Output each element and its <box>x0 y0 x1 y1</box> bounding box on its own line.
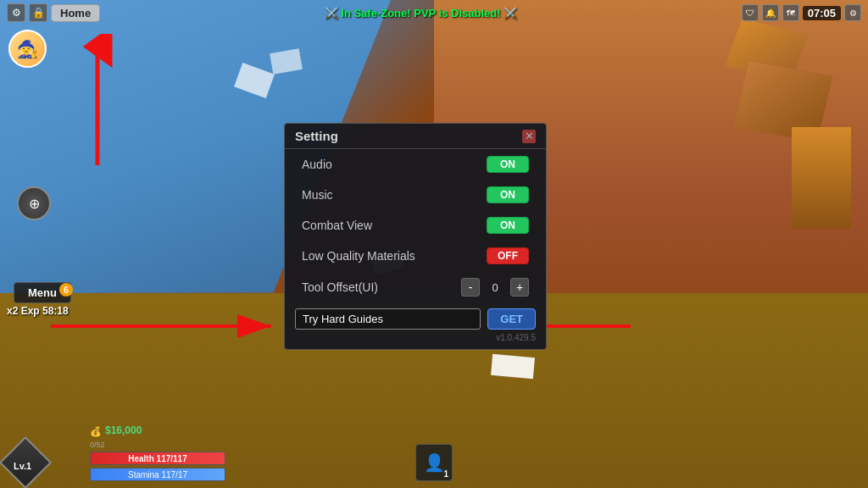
time-display: 07:05 <box>803 6 841 20</box>
player-ui: Lv.1 💰 $16,000 0/52 Health 117/117 Stami… <box>7 424 225 481</box>
stepper-row: - 0 + <box>461 278 529 297</box>
level-text: Lv.1 <box>14 461 31 471</box>
hp-bar: Health 117/117 <box>91 452 225 464</box>
compass: ⊕ <box>17 186 51 220</box>
stamina-bar: Stamina 117/17 <box>91 469 225 480</box>
version-text: v1.0.429.5 <box>285 331 546 342</box>
red-arrow-left <box>51 313 280 342</box>
settings-icon[interactable]: ⚙ <box>844 4 861 21</box>
stepper-value: 0 <box>487 281 504 294</box>
hotbar: 👤 1 <box>415 444 453 481</box>
audio-toggle[interactable]: ON <box>487 156 529 173</box>
audio-label: Audio <box>302 158 332 171</box>
player-avatar: 🧙 <box>8 30 47 68</box>
top-right-controls: 🛡 🔔 🗺 07:05 ⚙ <box>742 4 861 21</box>
safe-zone-indicator: ⚔️ In Safe-Zone! PVP is Disabled! ⚔️ <box>325 7 518 19</box>
music-row: Music ON <box>285 180 546 210</box>
red-arrow-up <box>76 34 119 173</box>
combat-view-row: Combat View ON <box>285 210 546 241</box>
combat-view-label: Combat View <box>302 219 372 232</box>
dialog-title-bar: Setting ✕ <box>285 124 546 149</box>
dialog-footer: GET <box>285 303 546 331</box>
money-display: $16,000 <box>105 424 142 436</box>
try-hard-input[interactable] <box>295 308 481 330</box>
bell-icon[interactable]: 🔔 <box>762 4 779 21</box>
music-label: Music <box>302 188 333 202</box>
lock-button[interactable]: 🔒 <box>29 3 47 22</box>
slot-icon-1: 👤 <box>424 452 445 473</box>
top-bar: ⚙ 🔒 Home ⚔️ In Safe-Zone! PVP is Disable… <box>0 0 868 25</box>
gear-button[interactable]: ⚙ <box>7 3 25 22</box>
tool-offset-label: Tool Offset(UI) <box>302 280 378 294</box>
bars-container: 💰 $16,000 0/52 Health 117/117 Stamina 11… <box>90 424 225 481</box>
resource-label: 0/52 <box>90 441 225 449</box>
hotbar-slot-1[interactable]: 👤 1 <box>415 444 453 481</box>
stepper-minus-button[interactable]: - <box>461 278 480 297</box>
safe-zone-text: ⚔️ In Safe-Zone! PVP is Disabled! ⚔️ <box>325 7 518 19</box>
audio-row: Audio ON <box>285 149 546 180</box>
stepper-plus-button[interactable]: + <box>510 278 529 297</box>
hp-text: Health 117/117 <box>128 454 187 463</box>
paper-decoration-2 <box>491 354 535 379</box>
hp-bar-container: Health 117/117 <box>90 452 225 465</box>
wood-block-3 <box>792 127 851 229</box>
setting-dialog: Setting ✕ Audio ON Music ON Combat View … <box>284 123 547 350</box>
dialog-close-button[interactable]: ✕ <box>522 130 536 143</box>
tool-offset-row: Tool Offset(UI) - 0 + <box>285 271 546 303</box>
low-quality-label: Low Quality Materials <box>302 249 415 263</box>
low-quality-row: Low Quality Materials OFF <box>285 241 546 271</box>
music-toggle[interactable]: ON <box>487 186 529 203</box>
slot-count-1: 1 <box>443 469 448 479</box>
get-button[interactable]: GET <box>487 308 536 330</box>
low-quality-toggle[interactable]: OFF <box>487 247 529 264</box>
map-icon[interactable]: 🗺 <box>782 4 799 21</box>
stamina-text: Stamina 117/17 <box>128 470 187 480</box>
dialog-title: Setting <box>295 129 338 143</box>
menu-badge: 6 <box>59 283 73 297</box>
home-button[interactable]: Home <box>51 4 100 22</box>
top-left-controls: ⚙ 🔒 Home <box>7 3 100 22</box>
shield-icon: 🛡 <box>742 4 759 21</box>
stamina-bar-container: Stamina 117/17 <box>90 468 225 481</box>
combat-view-toggle[interactable]: ON <box>487 217 529 234</box>
